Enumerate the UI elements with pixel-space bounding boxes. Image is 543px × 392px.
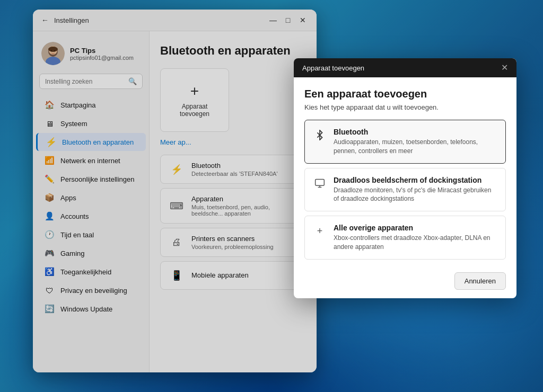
svg-rect-7 (316, 179, 325, 185)
dialog-titlebar: Apparaat toevoegen ✕ (294, 58, 516, 77)
dialog-option-info-overige: Alle overige apparaten Xbox-controllers … (334, 224, 497, 252)
cancel-button[interactable]: Annuleren (454, 272, 506, 290)
dialog-option-desc: Draadloze monitoren, tv's of pc's die Mi… (334, 186, 497, 204)
dialog-overlay: Apparaat toevoegen ✕ Een apparaat toevoe… (0, 0, 543, 392)
dialog-close-button[interactable]: ✕ (501, 64, 508, 72)
dialog-option-title: Draadloos beeldscherm of dockingstation (334, 176, 497, 184)
dialog-titlebar-title: Apparaat toevoegen (302, 64, 364, 72)
dialog-option-overige[interactable]: + Alle overige apparaten Xbox-controller… (304, 216, 506, 260)
dialog-option-desc: Audioapparaten, muizen, toetsenborden, t… (334, 138, 497, 156)
dialog-option-bluetooth[interactable]: Bluetooth Audioapparaten, muizen, toetse… (304, 120, 506, 164)
add-device-dialog: Apparaat toevoegen ✕ Een apparaat toevoe… (294, 58, 516, 298)
dialog-option-info-bluetooth: Bluetooth Audioapparaten, muizen, toetse… (334, 128, 497, 156)
dialog-option-desc: Xbox-controllers met draadloze Xbox-adap… (334, 234, 497, 252)
dialog-option-draadloos[interactable]: Draadloos beeldscherm of dockingstation … (304, 168, 506, 212)
monitor-option-icon (313, 177, 326, 190)
dialog-footer: Annuleren (294, 264, 516, 298)
dialog-option-info-draadloos: Draadloos beeldscherm of dockingstation … (334, 176, 497, 204)
dialog-option-title: Bluetooth (334, 128, 497, 136)
plus-option-icon: + (313, 225, 326, 237)
dialog-subtitle: Kies het type apparaat dat u wilt toevoe… (304, 103, 506, 111)
dialog-option-title: Alle overige apparaten (334, 224, 497, 232)
dialog-title: Een apparaat toevoegen (304, 88, 506, 100)
dialog-body: Een apparaat toevoegen Kies het type app… (294, 77, 516, 264)
bluetooth-option-icon (313, 129, 326, 141)
